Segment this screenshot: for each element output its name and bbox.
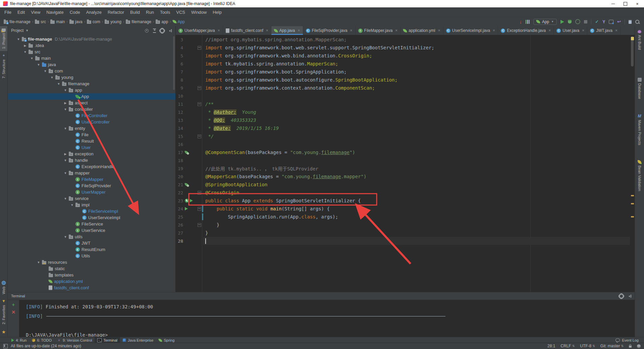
fold-icon[interactable]	[198, 191, 201, 195]
expander-icon[interactable]: ▼	[23, 50, 27, 54]
vcs-branch-button[interactable]: Y	[602, 19, 605, 24]
tree-scrollbar[interactable]	[173, 36, 175, 90]
tab-fastdfs_client.conf[interactable]: fastdfs_client.conf×	[223, 26, 271, 35]
breadcrumb-item-filemanage[interactable]: filemanage	[125, 19, 152, 24]
code-line-21[interactable]: 21@SpringBootApplication	[176, 181, 630, 189]
stop-button[interactable]	[584, 20, 587, 23]
expander-icon[interactable]: ▼	[16, 38, 20, 41]
toolwindow-button-9-version-control[interactable]: ⑂9: Version Control	[54, 337, 95, 343]
menu-analyze[interactable]: Analyze	[83, 10, 105, 15]
breadcrumb-item-com[interactable]: com	[86, 19, 101, 24]
recent-changes-button[interactable]	[609, 20, 613, 24]
fold-column[interactable]	[197, 86, 202, 90]
tree-item-app[interactable]: ▼app	[8, 87, 175, 93]
toolwindow-layout-icon[interactable]	[526, 20, 530, 24]
run-with-coverage-button[interactable]	[575, 19, 580, 24]
hide-icon[interactable]	[628, 295, 631, 298]
expander-icon[interactable]: ▼	[43, 69, 47, 73]
lock-icon[interactable]	[629, 346, 632, 348]
error-stripe-mark[interactable]	[631, 195, 634, 196]
expander-icon[interactable]: ▼	[63, 127, 67, 130]
menu-navigate[interactable]: Navigate	[43, 10, 66, 15]
code-line-25[interactable]: 25 SpringApplication.run(App.class, args…	[176, 213, 630, 221]
tree-item-UserController[interactable]: CUserController	[8, 119, 175, 125]
stripe-button-project[interactable]: 1: Project	[0, 26, 7, 51]
run-button[interactable]	[560, 20, 564, 24]
tab-ExceptionHandle.java[interactable]: CExceptionHandle.java×	[498, 26, 554, 35]
code-line-8[interactable]: 8import org.springframework.boot.autocon…	[176, 76, 630, 84]
expander-icon[interactable]: ▶	[23, 44, 27, 47]
fold-column[interactable]	[197, 191, 202, 195]
code-line-3[interactable]: 3//import org.mybatis.spring.annotation.…	[176, 36, 630, 44]
tab-FileMapper.java[interactable]: IFileMapper.java×	[356, 26, 401, 35]
status-28-1[interactable]: 28:1	[547, 344, 555, 348]
tree-item-FileMapper[interactable]: IFileMapper	[8, 176, 175, 183]
breadcrumb-item-App[interactable]: App	[172, 19, 186, 24]
maximize-button[interactable]	[619, 0, 631, 7]
tab-close-icon[interactable]: ×	[266, 28, 268, 33]
code-line-18[interactable]: 18	[176, 156, 630, 164]
tree-item-impl[interactable]: ▼impl	[8, 202, 175, 208]
favorites-star-icon[interactable]: ★	[2, 329, 6, 335]
breadcrumb-item-src[interactable]: src	[34, 19, 47, 24]
tab-App.java[interactable]: App.java×	[271, 26, 303, 35]
tree-item-src[interactable]: ▼src	[8, 49, 175, 55]
tree-item-Result[interactable]: CResult	[8, 138, 175, 144]
tree-item-service[interactable]: ▼service	[8, 195, 175, 202]
menu-refactor[interactable]: Refactor	[105, 10, 127, 15]
stripe-button-favorites[interactable]: ▼2: Favorites	[0, 297, 7, 327]
expander-icon[interactable]: ▼	[63, 235, 67, 239]
tab-close-icon[interactable]: ×	[615, 28, 618, 33]
menu-file[interactable]: File	[1, 10, 14, 15]
code-line-11[interactable]: 11/**	[176, 100, 630, 108]
gear-icon[interactable]	[619, 294, 624, 298]
tree-item-application.yml[interactable]: application.yml	[8, 278, 175, 285]
menu-vcs[interactable]: VCS	[173, 10, 188, 15]
code-line-28[interactable]: 28	[176, 237, 630, 245]
close-session-button[interactable]: ✕	[11, 310, 15, 314]
tab-application.yml[interactable]: application.yml×	[400, 26, 443, 35]
code-line-24[interactable]: 24 public static void main(String[] args…	[176, 205, 630, 213]
expander-icon[interactable]: ▼	[63, 159, 67, 162]
tab-close-icon[interactable]: ×	[218, 28, 220, 33]
vcs-commit-button[interactable]: ✓	[595, 19, 599, 24]
tree-item-java[interactable]: ▼java	[8, 61, 175, 68]
menu-code[interactable]: Code	[67, 10, 83, 15]
tree-item-FileController[interactable]: CFileController	[8, 112, 175, 119]
tab-close-icon[interactable]: ×	[493, 28, 495, 33]
fold-icon[interactable]	[198, 135, 201, 138]
expander-icon[interactable]: ▼	[37, 63, 41, 66]
error-stripe-mark[interactable]	[631, 37, 634, 40]
expander-icon[interactable]: ▼	[70, 203, 74, 207]
tab-close-icon[interactable]: ×	[350, 28, 353, 33]
code-line-14[interactable]: 14 * @Date: 2019/1/15 16:19	[176, 124, 630, 132]
tree-item-filemanage[interactable]: ▼filemanage	[8, 81, 175, 87]
settings-button[interactable]	[160, 29, 164, 33]
menu-tools[interactable]: Tools	[157, 10, 173, 15]
code-line-20[interactable]: 20@MapperScan(basePackages = "com.young.…	[176, 172, 630, 181]
tree-item-com[interactable]: ▼com	[8, 68, 175, 74]
tree-item-.idea[interactable]: ▶.idea	[8, 42, 175, 49]
debug-button[interactable]	[568, 20, 572, 23]
tree-item-controller[interactable]: ▼controller	[8, 106, 175, 112]
tab-close-icon[interactable]: ×	[582, 28, 584, 33]
tree-item-resources[interactable]: ▼resources	[8, 259, 175, 265]
tab-close-icon[interactable]: ×	[548, 28, 551, 33]
tree-item-App[interactable]: App	[8, 93, 175, 100]
menu-edit[interactable]: Edit	[14, 10, 28, 15]
download-sources-icon[interactable]: ↓	[519, 19, 522, 24]
menu-help[interactable]: Help	[210, 10, 225, 15]
expander-icon[interactable]: ▶	[63, 152, 67, 156]
expander-icon[interactable]: ▼	[63, 197, 67, 200]
tab-JWT.java[interactable]: CJWT.java×	[587, 26, 621, 35]
breadcrumb-item-young[interactable]: young	[104, 19, 122, 24]
breadcrumb-item-file-manage[interactable]: file-manage	[3, 19, 32, 24]
tab-close-icon[interactable]: ×	[438, 28, 440, 33]
hide-panel-button[interactable]	[168, 29, 172, 33]
tab-UserMapper.java[interactable]: IUserMapper.java×	[176, 26, 223, 35]
stripe-button-maven[interactable]: MMaven Projects	[635, 111, 644, 148]
code-line-17[interactable]: 17@ComponentScan(basePackages = "com.you…	[176, 148, 630, 156]
expander-icon[interactable]: ▼	[63, 89, 67, 92]
editor[interactable]: 3//import org.mybatis.spring.annotation.…	[176, 35, 635, 292]
tree-item-fastdfs_client.conf[interactable]: fastdfs_client.conf	[8, 285, 175, 291]
